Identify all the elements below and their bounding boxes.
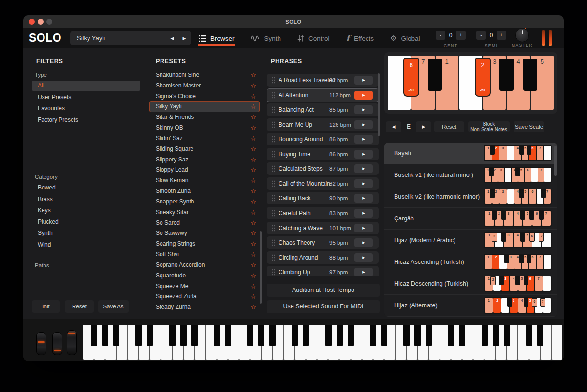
phrase-card[interactable]: Catching a Wave101 bpm▶ (267, 222, 379, 234)
phrase-play-button[interactable]: ▶ (354, 253, 373, 262)
phrase-play-button[interactable]: ▶ (354, 164, 373, 173)
scale-row[interactable]: Hijaz (Modern / Arabic)1345267 (384, 230, 557, 251)
expression-wheel[interactable] (67, 330, 77, 355)
piano-key-black[interactable] (292, 325, 298, 346)
filter-category-synth[interactable]: Synth (32, 228, 140, 238)
scale-row[interactable]: Çargâh1234567 (384, 208, 557, 230)
piano-key-black[interactable] (426, 325, 432, 346)
preset-row[interactable]: Sigma's Choice☆ (150, 91, 259, 102)
preset-row[interactable]: Shakuhachi Sine☆ (150, 70, 259, 80)
favorite-star-icon[interactable]: ☆ (250, 133, 256, 144)
preset-display[interactable]: Silky Yayli ◀ ▶ (70, 31, 191, 45)
next-preset-button[interactable]: ▶ (179, 31, 190, 45)
drag-handle-icon[interactable] (272, 239, 275, 248)
favorite-star-icon[interactable]: ☆ (250, 197, 256, 207)
prev-preset-button[interactable]: ◀ (167, 31, 177, 45)
drag-handle-icon[interactable] (272, 269, 275, 276)
drag-handle-icon[interactable] (272, 92, 275, 101)
favorite-star-icon[interactable]: ☆ (250, 218, 256, 228)
phrase-card[interactable]: Buying Time86 bpm▶ (267, 148, 379, 160)
piano-key-black[interactable] (348, 325, 354, 346)
filter-category-wind[interactable]: Wind (32, 240, 140, 250)
save-as-button[interactable]: Save As (98, 300, 129, 313)
piano-key-black[interactable] (325, 325, 332, 346)
preset-row[interactable]: Sliding Square☆ (150, 144, 259, 154)
phrase-play-button[interactable]: ▶ (354, 194, 373, 203)
tab-global[interactable]: ⚙Global (390, 34, 420, 42)
piano-key-black[interactable] (225, 325, 231, 346)
phrase-card[interactable]: Circling Around88 bpm▶ (267, 251, 379, 264)
scale-row[interactable]: Hicaz Ascending (Turkish)1234567 (384, 251, 557, 273)
save-scale-button[interactable]: Save Scale (514, 121, 544, 132)
filter-category-keys[interactable]: Keys (32, 205, 140, 216)
favorite-star-icon[interactable]: ☆ (250, 302, 256, 312)
phrases-scrollbar[interactable] (378, 73, 380, 136)
phrase-play-button[interactable]: ▶ (354, 268, 373, 276)
favorite-star-icon[interactable]: ☆ (250, 291, 256, 302)
drag-handle-icon[interactable] (272, 180, 275, 189)
piano-key-black[interactable] (191, 325, 198, 346)
filter-type-favourites[interactable]: Favourites (32, 103, 140, 114)
phrase-play-button[interactable]: ▶ (354, 150, 373, 159)
preset-row[interactable]: Slippery Saz☆ (150, 155, 259, 165)
phrase-play-button[interactable]: ▶ (354, 209, 373, 218)
piano-key-black[interactable] (537, 325, 543, 346)
preset-row[interactable]: Snapper Synth☆ (150, 197, 259, 207)
favorite-star-icon[interactable]: ☆ (250, 102, 256, 112)
preset-row[interactable]: So Sawwwy☆ (150, 228, 259, 238)
phrase-play-button[interactable]: ▶ (354, 224, 373, 232)
drag-handle-icon[interactable] (272, 77, 275, 86)
root-note-prev-button[interactable]: ◀ (386, 121, 401, 132)
piano-key-black[interactable] (459, 325, 465, 346)
scale-key-raised[interactable]: 2-50 (476, 59, 490, 96)
phrase-play-button[interactable]: ▶ (354, 91, 373, 100)
piano-key-black[interactable] (214, 325, 220, 346)
phrase-card[interactable]: Chaos Theory95 bpm▶ (267, 236, 379, 249)
scale-row[interactable]: Buselik v1 (like natural minor)1234567 (384, 164, 557, 186)
phrase-card[interactable]: Climbing Up97 bpm▶ (267, 266, 379, 276)
presets-scrollbar[interactable] (260, 231, 262, 304)
piano-key-black[interactable] (414, 325, 421, 346)
cent-plus-button[interactable]: + (456, 31, 466, 40)
favorite-star-icon[interactable]: ☆ (250, 112, 256, 122)
piano-key-black[interactable] (258, 325, 264, 346)
favorite-star-icon[interactable]: ☆ (250, 81, 256, 91)
phrase-play-button[interactable]: ▶ (354, 179, 373, 188)
drag-handle-icon[interactable] (272, 151, 275, 160)
drag-handle-icon[interactable] (272, 254, 275, 263)
preset-row[interactable]: Skinny OB☆ (150, 123, 259, 133)
tab-effects[interactable]: fEffects (346, 35, 374, 42)
preset-row[interactable]: So Sarod☆ (150, 218, 259, 228)
piano-key-black[interactable] (504, 325, 510, 346)
piano-key-black[interactable] (370, 325, 376, 346)
filter-type-factory-presets[interactable]: Factory Presets (32, 115, 140, 125)
favorite-star-icon[interactable]: ☆ (250, 281, 256, 291)
preset-row[interactable]: Squeeze Me☆ (150, 281, 259, 291)
preset-row[interactable]: Steady Zurna☆ (150, 302, 259, 312)
piano-key-black[interactable] (381, 325, 387, 346)
favorite-star-icon[interactable]: ☆ (250, 155, 256, 165)
piano-key-black[interactable] (269, 325, 276, 346)
drag-handle-icon[interactable] (272, 165, 275, 174)
favorite-star-icon[interactable]: ☆ (250, 260, 256, 270)
piano-key-black[interactable] (91, 325, 97, 346)
preset-row[interactable]: Sloppy Lead☆ (150, 165, 259, 175)
filter-type-user-presets[interactable]: User Presets (32, 92, 140, 102)
filter-category-plucked[interactable]: Plucked (32, 217, 140, 227)
preset-row[interactable]: Squaretude☆ (150, 271, 259, 281)
preset-row[interactable]: Silky Yayli☆ (150, 102, 259, 112)
root-note-next-button[interactable]: ▶ (416, 121, 431, 132)
favorite-star-icon[interactable]: ☆ (250, 91, 256, 102)
piano-key-black[interactable] (113, 325, 119, 346)
favorite-star-icon[interactable]: ☆ (250, 165, 256, 175)
preset-row[interactable]: Sneaky Sitar☆ (150, 207, 259, 218)
scales-scrollbar[interactable] (554, 146, 557, 176)
drag-handle-icon[interactable] (272, 136, 275, 145)
favorite-star-icon[interactable]: ☆ (250, 175, 256, 186)
phrase-play-button[interactable]: ▶ (354, 238, 373, 247)
tab-synth[interactable]: Synth (251, 35, 281, 42)
master-knob[interactable] (515, 29, 529, 42)
filter-category-brass[interactable]: Brass (32, 194, 140, 204)
drag-handle-icon[interactable] (272, 121, 275, 130)
piano-key-black[interactable] (337, 325, 343, 346)
